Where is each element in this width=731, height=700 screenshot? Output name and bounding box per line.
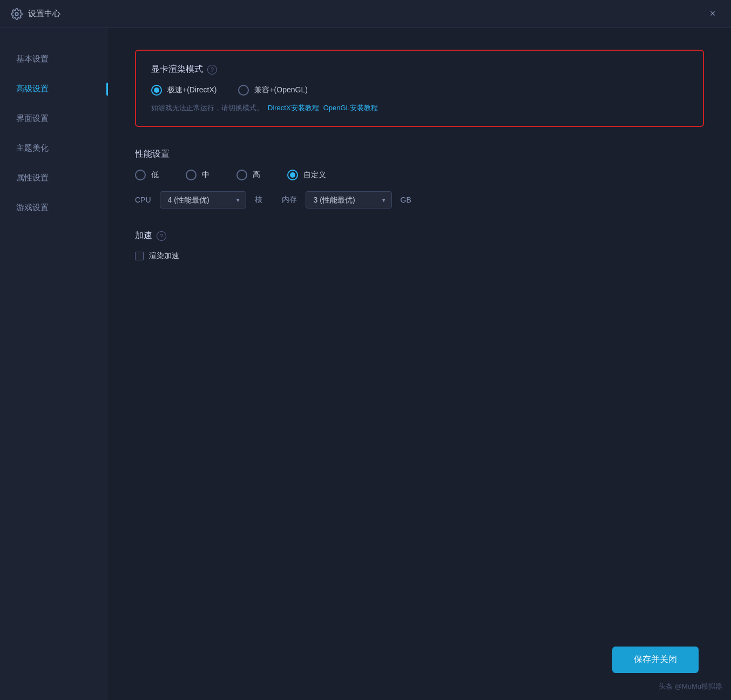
accel-section-title: 加速 ? [135,230,704,241]
mem-select-wrapper: 3 (性能最优) 2 4 6 ▼ [306,191,392,208]
sidebar-item-basic[interactable]: 基本设置 [0,44,108,74]
perf-medium-label: 中 [202,170,209,180]
directx-radio[interactable] [151,85,162,96]
directx-radio-inner [154,88,159,93]
mem-select[interactable]: 3 (性能最优) 2 4 6 [306,191,392,208]
close-button[interactable]: × [705,6,720,22]
accel-help-icon[interactable]: ? [157,231,166,241]
gpu-hint-text: 如游戏无法正常运行，请切换模式。 DirectX安装教程 OpenGL安装教程 [151,103,688,113]
performance-section: 性能设置 低 中 高 [135,149,704,208]
sidebar-item-property[interactable]: 属性设置 [0,163,108,193]
perf-medium-option[interactable]: 中 [186,170,209,180]
render-accel-label: 渲染加速 [149,251,179,261]
main-layout: 基本设置 高级设置 界面设置 主题美化 属性设置 游戏设置 显卡渲染模式 ? [0,28,731,700]
sidebar-item-theme[interactable]: 主题美化 [0,133,108,163]
sidebar-item-interface[interactable]: 界面设置 [0,104,108,133]
watermark: 头条 @MuMu模拟器 [659,682,722,691]
cpu-mem-row: CPU 4 (性能最优) 2 6 8 ▼ 核 内存 [135,191,704,208]
footer-bar: 保存并关闭 [612,647,699,673]
sidebar-item-advanced[interactable]: 高级设置 [0,74,108,104]
title-bar: 设置中心 × [0,0,731,28]
gpu-section-title: 显卡渲染模式 ? [151,64,688,75]
title-bar-left: 设置中心 [11,8,60,20]
svg-point-0 [15,12,18,16]
directx-tutorial-link[interactable]: DirectX安装教程 [268,103,319,113]
content-wrapper: 显卡渲染模式 ? 极速+(DirectX) 兼容+(OpenGL) [108,28,731,700]
window-title: 设置中心 [28,9,60,19]
perf-low-option[interactable]: 低 [135,170,159,180]
perf-custom-radio-inner [290,172,295,178]
perf-high-option[interactable]: 高 [236,170,260,180]
settings-icon [11,8,23,20]
render-accel-option[interactable]: 渲染加速 [135,251,704,261]
content-area: 显卡渲染模式 ? 极速+(DirectX) 兼容+(OpenGL) [108,28,731,299]
perf-high-label: 高 [253,170,260,180]
directx-option[interactable]: 极速+(DirectX) [151,85,216,96]
perf-custom-radio[interactable] [287,170,298,180]
perf-low-radio[interactable] [135,170,146,180]
gpu-render-section: 显卡渲染模式 ? 极速+(DirectX) 兼容+(OpenGL) [135,50,704,127]
cpu-select[interactable]: 4 (性能最优) 2 6 8 [160,191,246,208]
directx-label: 极速+(DirectX) [167,85,216,95]
save-close-button[interactable]: 保存并关闭 [612,647,699,673]
sidebar: 基本设置 高级设置 界面设置 主题美化 属性设置 游戏设置 [0,28,108,700]
mem-unit-label: GB [401,196,411,204]
perf-high-radio[interactable] [236,170,247,180]
opengl-radio[interactable] [238,85,249,96]
opengl-label: 兼容+(OpenGL) [254,85,307,95]
sidebar-item-game[interactable]: 游戏设置 [0,193,108,223]
cpu-select-wrapper: 4 (性能最优) 2 6 8 ▼ [160,191,246,208]
performance-section-title: 性能设置 [135,149,704,160]
cpu-unit-label: 核 [255,195,262,205]
mem-label: 内存 [282,195,297,205]
render-accel-checkbox[interactable] [135,252,144,260]
perf-low-label: 低 [151,170,159,180]
opengl-tutorial-link[interactable]: OpenGL安装教程 [323,103,378,113]
perf-custom-label: 自定义 [303,170,326,180]
acceleration-section: 加速 ? 渲染加速 [135,230,704,261]
cpu-label: CPU [135,196,151,204]
render-mode-radio-group: 极速+(DirectX) 兼容+(OpenGL) [151,85,688,96]
opengl-option[interactable]: 兼容+(OpenGL) [238,85,307,96]
performance-presets: 低 中 高 自定义 [135,170,704,180]
perf-custom-option[interactable]: 自定义 [287,170,326,180]
perf-medium-radio[interactable] [186,170,197,180]
gpu-help-icon[interactable]: ? [207,65,217,75]
